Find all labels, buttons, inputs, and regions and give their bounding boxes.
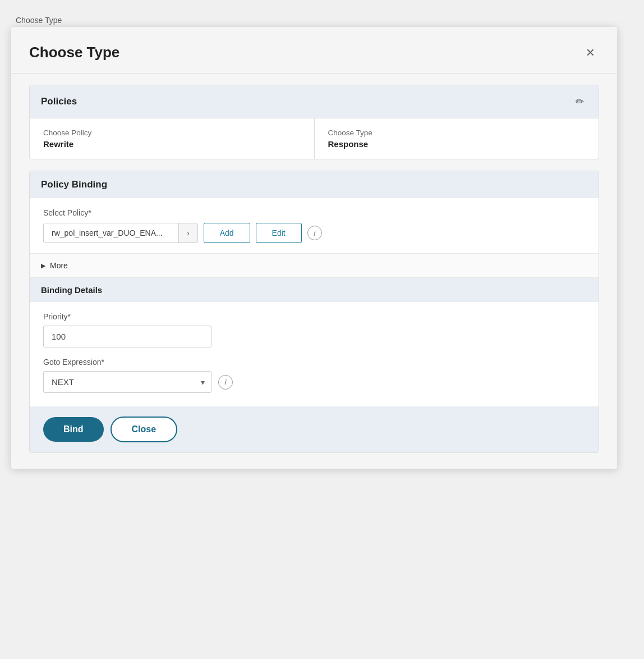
- modal-container: Choose Type × Policies ✏ Choose Policy R…: [11, 27, 617, 469]
- binding-details-header: Binding Details: [30, 278, 599, 302]
- select-policy-area: Select Policy* › Add Edit i: [30, 198, 599, 254]
- goto-row: NEXT i: [43, 371, 585, 393]
- close-icon-button[interactable]: ×: [582, 43, 599, 62]
- choose-type-col: Choose Type Response: [315, 118, 599, 159]
- modal-body: Policies ✏ Choose Policy Rewrite Choose …: [11, 74, 617, 469]
- add-button[interactable]: Add: [204, 223, 250, 243]
- edit-button[interactable]: Edit: [256, 223, 302, 243]
- goto-expression-label: Goto Expression*: [43, 358, 585, 367]
- more-label: More: [50, 261, 68, 270]
- close-button[interactable]: Close: [111, 417, 178, 442]
- goto-select-wrapper: NEXT: [43, 371, 211, 393]
- modal-header: Choose Type ×: [11, 27, 617, 74]
- policies-section: Policies ✏ Choose Policy Rewrite Choose …: [29, 85, 599, 159]
- policy-arrow-button[interactable]: ›: [178, 223, 197, 242]
- info-icon: i: [307, 226, 322, 240]
- policy-binding-title: Policy Binding: [41, 179, 107, 190]
- more-section[interactable]: ▶ More: [30, 254, 599, 278]
- select-policy-row: › Add Edit i: [43, 223, 585, 243]
- select-policy-label: Select Policy*: [43, 208, 585, 217]
- policies-edit-button[interactable]: ✏: [572, 93, 587, 110]
- policies-section-title: Policies: [41, 96, 77, 107]
- goto-expression-select[interactable]: NEXT: [43, 371, 211, 393]
- priority-input[interactable]: [43, 326, 211, 347]
- select-policy-input[interactable]: [44, 223, 178, 242]
- policy-binding-section: Policy Binding Select Policy* › Add Edit…: [29, 171, 599, 453]
- choose-policy-col: Choose Policy Rewrite: [30, 118, 315, 159]
- modal-title: Choose Type: [29, 44, 119, 61]
- choose-policy-value: Rewrite: [43, 139, 301, 149]
- policies-section-header: Policies ✏: [30, 85, 599, 118]
- choose-type-label: Choose Type: [328, 129, 586, 137]
- policy-input-wrapper: ›: [43, 223, 198, 243]
- bind-button[interactable]: Bind: [43, 417, 104, 442]
- policies-section-body: Choose Policy Rewrite Choose Type Respon…: [30, 118, 599, 159]
- policy-binding-header: Policy Binding: [30, 171, 599, 198]
- footer-actions: Bind Close: [30, 406, 599, 452]
- binding-details-body: Priority* Goto Expression* NEXT i: [30, 302, 599, 406]
- breadcrumb: Choose Type: [11, 11, 633, 25]
- priority-label: Priority*: [43, 312, 585, 321]
- more-arrow-icon: ▶: [41, 262, 45, 269]
- goto-info-icon: i: [218, 375, 233, 390]
- choose-policy-label: Choose Policy: [43, 129, 301, 137]
- choose-type-value: Response: [328, 139, 586, 149]
